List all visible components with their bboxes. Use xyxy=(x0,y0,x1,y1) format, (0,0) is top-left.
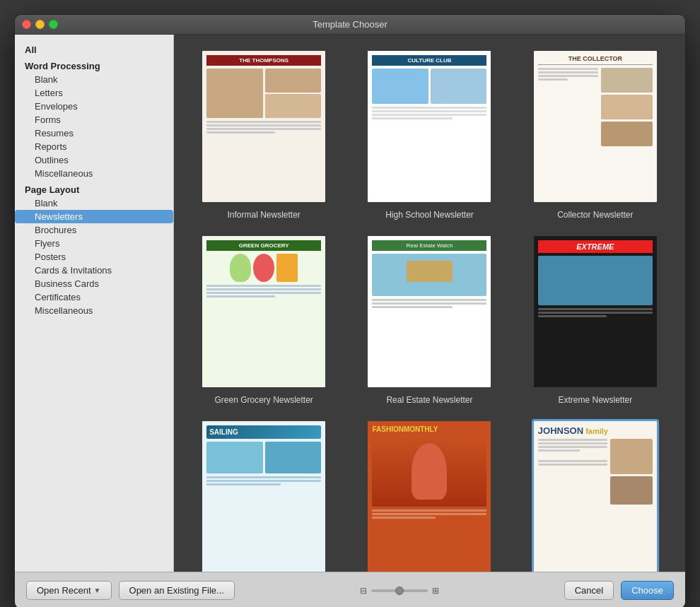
sidebar-item-newsletters[interactable]: Newsletters xyxy=(15,210,173,223)
sidebar-item-forms[interactable]: Forms xyxy=(15,113,173,126)
sidebar-item-certificates[interactable]: Certificates xyxy=(15,290,173,304)
family-text-col xyxy=(538,439,607,505)
collector-photo-2 xyxy=(601,95,653,119)
informal-text-right xyxy=(265,69,322,118)
sidebar-item-misc-pl[interactable]: Miscellaneous xyxy=(15,304,173,317)
sidebar-item-page-layout[interactable]: Page Layout xyxy=(15,180,173,196)
sidebar: All Word Processing Blank Letters Envelo… xyxy=(15,35,174,572)
highschool-line-4 xyxy=(372,117,452,119)
collector-header: THE COLLECTOR xyxy=(538,55,653,65)
informal-photo-3 xyxy=(265,94,322,118)
window-title: Template Chooser xyxy=(313,19,387,30)
template-thumb-sailing: SAILING xyxy=(200,419,327,572)
choose-button[interactable]: Choose xyxy=(621,581,674,600)
open-existing-button[interactable]: Open an Existing File... xyxy=(119,581,235,600)
highschool-line-2 xyxy=(372,110,486,112)
template-label-extreme: Extreme Newsletter xyxy=(558,395,632,405)
sailing-line-3 xyxy=(206,483,281,485)
sidebar-item-cards-invitations[interactable]: Cards & Invitations xyxy=(15,264,173,277)
extreme-line-1 xyxy=(538,308,653,310)
sidebar-item-reports[interactable]: Reports xyxy=(15,140,173,153)
template-item-informal[interactable]: THE THOMPSONS xyxy=(188,49,339,220)
highschool-header: CULTURE CLUB xyxy=(372,55,486,66)
family-word: family xyxy=(585,427,608,435)
sidebar-item-outlines[interactable]: Outlines xyxy=(15,153,173,167)
open-recent-label: Open Recent xyxy=(37,585,91,596)
template-item-family[interactable]: JOHNSON family xyxy=(520,419,671,572)
sailing-header: SAILING xyxy=(206,425,321,439)
template-item-extreme[interactable]: EXTREME Extreme Newsletter xyxy=(520,234,671,405)
modern-line-3 xyxy=(372,517,435,519)
sidebar-item-brochures[interactable]: Brochures xyxy=(15,223,173,237)
sidebar-item-blank-wp[interactable]: Blank xyxy=(15,73,173,86)
template-thumb-highschool: CULTURE CLUB xyxy=(366,49,493,204)
sailing-photo-1 xyxy=(206,442,263,473)
family-line-3 xyxy=(538,446,607,448)
sidebar-item-posters[interactable]: Posters xyxy=(15,250,173,264)
sidebar-item-word-processing[interactable]: Word Processing xyxy=(15,57,173,73)
templates-grid: THE THOMPSONS xyxy=(188,49,671,572)
sailing-line-1 xyxy=(206,476,321,478)
grocery-veggie-1 xyxy=(230,254,251,282)
zoom-slider-thumb xyxy=(395,587,404,595)
template-item-modern[interactable]: FASHIONMONTHLY Modern Newsletter xyxy=(354,419,505,572)
realestate-photo xyxy=(372,254,486,296)
grocery-line-1 xyxy=(206,285,321,287)
template-item-sailing[interactable]: SAILING Sailing Newsl xyxy=(188,419,339,572)
modern-photo xyxy=(372,436,486,507)
template-item-highschool[interactable]: CULTURE CLUB xyxy=(354,49,505,220)
sailing-photo-2 xyxy=(265,442,322,473)
realestate-text xyxy=(372,299,486,308)
template-thumb-modern: FASHIONMONTHLY xyxy=(366,419,493,572)
family-johnson: JOHNSON xyxy=(538,425,583,436)
informal-header: THE THOMPSONS xyxy=(206,55,321,66)
grocery-veggie-3 xyxy=(276,254,298,282)
grocery-produce xyxy=(206,254,321,282)
template-item-grocery[interactable]: GREEN GROCERY xyxy=(188,234,339,405)
family-photo-1 xyxy=(610,439,653,474)
informal-line-1 xyxy=(206,121,321,123)
cancel-button[interactable]: Cancel xyxy=(564,581,614,600)
template-label-grocery: Green Grocery Newsletter xyxy=(214,395,313,405)
highschool-photos xyxy=(372,69,486,104)
highschool-line-3 xyxy=(372,114,486,116)
sidebar-item-flyers[interactable]: Flyers xyxy=(15,237,173,250)
zoom-in-icon[interactable]: ⊞ xyxy=(432,586,439,596)
open-recent-button[interactable]: Open Recent ▼ xyxy=(26,581,112,600)
template-item-collector[interactable]: THE COLLECTOR xyxy=(520,49,671,220)
realestate-line-1 xyxy=(372,299,486,301)
informal-photos xyxy=(206,69,321,118)
collector-body xyxy=(538,68,653,146)
family-photo-col xyxy=(610,439,653,505)
titlebar: Template Chooser xyxy=(15,15,685,35)
close-button[interactable] xyxy=(22,20,31,29)
sidebar-item-envelopes[interactable]: Envelopes xyxy=(15,100,173,113)
sidebar-item-misc-wp[interactable]: Miscellaneous xyxy=(15,167,173,180)
bottom-bar: Open Recent ▼ Open an Existing File... ⊟… xyxy=(15,572,685,607)
collector-text xyxy=(538,68,598,81)
template-thumb-extreme: EXTREME xyxy=(532,234,659,389)
family-line-6 xyxy=(538,464,607,466)
window-body: All Word Processing Blank Letters Envelo… xyxy=(15,35,685,572)
sidebar-item-business-cards[interactable]: Business Cards xyxy=(15,277,173,290)
template-thumb-grocery: GREEN GROCERY xyxy=(200,234,327,389)
informal-line-3 xyxy=(206,128,321,130)
open-recent-group: Open Recent ▼ xyxy=(26,581,112,600)
informal-line-4 xyxy=(206,131,275,134)
template-item-realestate[interactable]: Real Estate Watch Real Estate Newsletter xyxy=(354,234,505,405)
maximize-button[interactable] xyxy=(49,20,58,29)
grocery-header: GREEN GROCERY xyxy=(206,240,321,251)
sidebar-item-resumes[interactable]: Resumes xyxy=(15,126,173,140)
minimize-button[interactable] xyxy=(35,20,45,29)
grocery-line-2 xyxy=(206,288,321,290)
grocery-veggie-2 xyxy=(253,254,274,282)
template-thumb-collector: THE COLLECTOR xyxy=(532,49,659,204)
sidebar-item-blank-pl[interactable]: Blank xyxy=(15,196,173,210)
sidebar-item-all[interactable]: All xyxy=(15,40,173,57)
sidebar-item-letters[interactable]: Letters xyxy=(15,86,173,100)
zoom-out-icon[interactable]: ⊟ xyxy=(360,586,367,596)
chevron-down-icon: ▼ xyxy=(94,587,101,594)
zoom-slider[interactable] xyxy=(371,589,428,592)
family-line-5 xyxy=(538,460,607,462)
extreme-photo xyxy=(538,256,653,305)
